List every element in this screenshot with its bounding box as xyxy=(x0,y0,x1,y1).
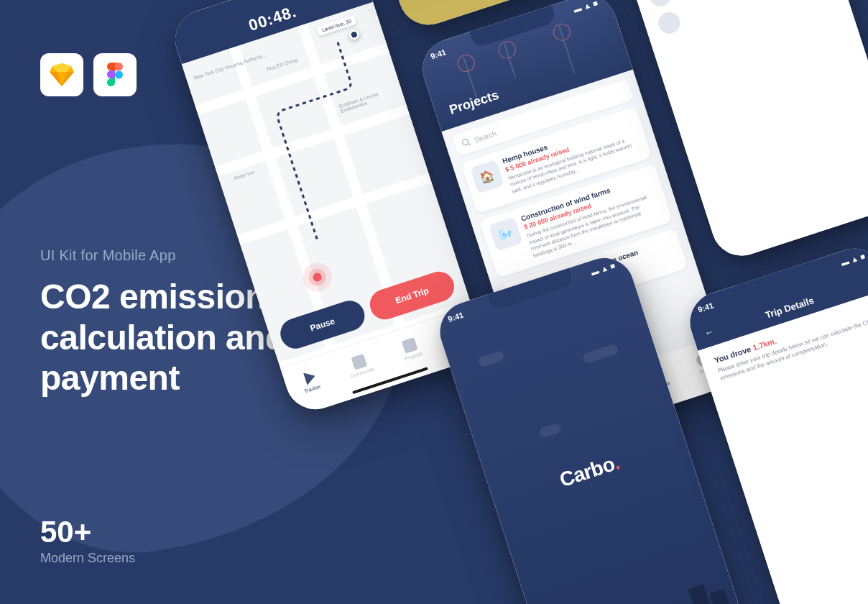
tab-community[interactable]: Community xyxy=(345,352,375,379)
map-label: ProLED Group xyxy=(266,57,299,72)
sketch-badge xyxy=(40,53,83,96)
svg-point-6 xyxy=(462,139,469,146)
tab-tracker[interactable]: Tracker xyxy=(299,369,321,393)
screens-count: 50+ Modern Screens xyxy=(40,515,135,566)
play-icon xyxy=(301,370,318,386)
search-placeholder: Search xyxy=(474,129,498,144)
cloud-icon xyxy=(477,350,505,367)
back-button[interactable]: ← xyxy=(703,325,716,339)
svg-line-7 xyxy=(468,143,471,146)
map-road xyxy=(215,104,410,176)
tab-label: Community xyxy=(350,366,376,379)
count-sub: Modern Screens xyxy=(40,551,135,566)
figma-icon xyxy=(107,63,123,87)
windmill-icon xyxy=(558,25,576,73)
project-thumb: 🌬️ xyxy=(489,217,523,252)
windmill-icon xyxy=(504,43,516,78)
sketch-icon xyxy=(50,63,74,86)
location-end-pin[interactable] xyxy=(348,28,361,41)
tab-projects[interactable]: Projects xyxy=(400,336,423,360)
windmill-icon xyxy=(463,56,477,98)
search-icon xyxy=(461,137,471,148)
list-icon xyxy=(402,337,418,353)
status-time: 9:41 xyxy=(430,47,448,60)
figma-badge xyxy=(93,53,137,96)
count-number: 50+ xyxy=(40,515,135,549)
project-thumb: 🏠 xyxy=(470,160,504,194)
cloud-icon xyxy=(538,423,562,439)
map-road xyxy=(237,173,432,245)
map-label: Andel Inn xyxy=(233,170,254,181)
tab-label: Tracker xyxy=(304,383,321,393)
status-icons: ▬ ▲ ■ xyxy=(840,252,867,267)
avatar[interactable] xyxy=(655,9,683,37)
map-label: New York City Housing Authority... xyxy=(193,52,267,81)
avatar-list xyxy=(647,0,829,37)
people-icon xyxy=(351,353,367,370)
avatar[interactable] xyxy=(647,0,674,9)
tool-badges xyxy=(40,53,137,96)
cloud-icon xyxy=(582,344,619,365)
status-time: 9:41 xyxy=(697,301,715,314)
svg-point-5 xyxy=(115,71,123,79)
status-icons: ▬ ▲ ■ xyxy=(573,0,599,14)
building-icon xyxy=(709,589,737,604)
